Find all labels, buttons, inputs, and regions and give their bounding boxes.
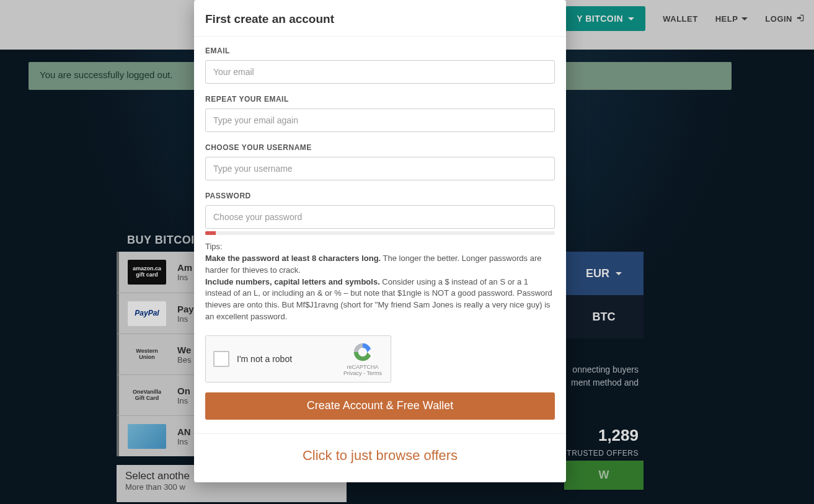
password-strength-meter [205,231,555,235]
recaptcha-links[interactable]: Privacy - Terms [341,370,384,376]
recaptcha-checkbox[interactable] [213,351,229,367]
email-label: EMAIL [205,46,555,55]
repeat-email-field[interactable] [205,108,555,132]
modal-title: First create an account [205,12,555,26]
password-label: PASSWORD [205,192,555,200]
email-field[interactable] [205,60,555,84]
create-account-modal: First create an account EMAIL REPEAT YOU… [194,0,566,482]
modal-header: First create an account [194,0,566,37]
password-tips: Tips: Make the password at least 8 chara… [205,241,555,323]
modal-footer: Click to just browse offers [194,433,566,464]
browse-offers-link[interactable]: Click to just browse offers [303,448,458,463]
username-label: CHOOSE YOUR USERNAME [205,143,555,152]
password-field[interactable] [205,205,555,229]
recaptcha-label: I'm not a robot [237,354,341,364]
repeat-email-label: REPEAT YOUR EMAIL [205,95,555,104]
recaptcha-brand: reCAPTCHA [341,364,384,370]
recaptcha-widget[interactable]: I'm not a robot reCAPTCHA Privacy - Term… [205,335,391,382]
create-account-button[interactable]: Create Account & Free Wallet [205,392,555,420]
username-field[interactable] [205,157,555,180]
recaptcha-icon [352,342,373,363]
